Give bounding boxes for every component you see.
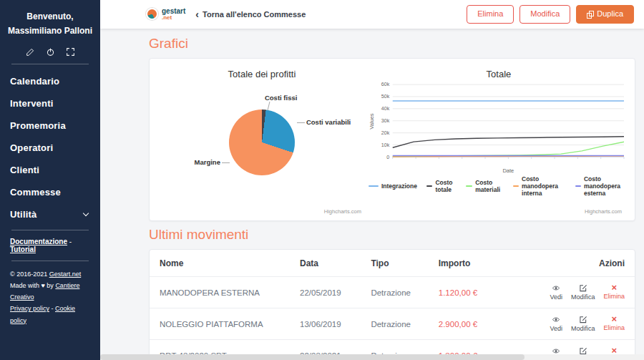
svg-text:40k: 40k [381,106,390,112]
sidebar-menu: Calendario Interventi Promemoria Operato… [0,64,100,230]
privacy-policy-link[interactable]: Privacy policy [10,305,49,312]
tutorial-link[interactable]: Tutorial [10,245,36,253]
chevron-left-icon: ‹ [195,11,199,18]
copyright-line: © 2016-2021 Gestart.net [10,268,90,280]
modifica-row-button[interactable]: Modifica [571,316,595,332]
column-header-data: Data [290,250,361,277]
main-content: Grafici Totale dei profitti Costi fissi … [100,29,644,360]
cell-nome: NOLEGGIO PIATTAFORMA [150,308,290,340]
svg-text:30k: 30k [381,118,390,124]
highcharts-credits[interactable]: Highcharts.com [324,208,361,215]
sidebar-item-promemoria[interactable]: Promemoria [0,115,100,137]
sidebar-item-commesse[interactable]: Commesse [0,181,100,203]
movements-table-card: Nome Data Tipo Importo Azioni MANODOPERA… [149,249,635,360]
table-row: NOLEGGIO PIATTAFORMA 13/06/2019 Detrazio… [150,308,635,340]
svg-text:0: 0 [386,155,389,160]
vedi-button[interactable]: Vedi [550,284,562,301]
power-icon[interactable] [46,47,55,57]
row-actions: Vedi Modifica × Elimina [550,284,625,301]
edit-icon [579,284,587,292]
charts-section-title: Grafici [149,36,635,52]
welcome-line: Benvenuto, [6,9,94,24]
sidebar: Benvenuto, Massimiliano Palloni Calendar… [0,0,100,360]
sidebar-item-interventi[interactable]: Interventi [0,92,100,115]
legend-item-integrazione[interactable]: Integrazione [369,175,417,197]
logo-text-bottom: .net [162,15,185,21]
legend-marker [369,185,379,187]
pie-connector [222,162,230,163]
svg-text:60k: 60k [381,82,390,87]
close-icon: × [611,316,617,323]
chevron-down-icon [83,210,89,216]
edit-profile-icon[interactable] [26,47,35,57]
svg-text:20k: 20k [381,130,390,136]
topbar: gestart .net ‹ Torna all'elenco Commesse… [100,0,644,29]
highcharts-credits[interactable]: Highcharts.com [585,208,622,215]
elimina-row-button[interactable]: × Elimina [603,316,625,332]
cell-nome: MANODOPERA ESTERNA [150,277,290,308]
chart-legend: Integrazione Costo totale Costo material… [369,175,629,197]
line-chart-title: Totale [369,69,629,79]
legend-item-manodopera-interna[interactable]: Costo manodopera interna [513,175,566,197]
pie-label-costi-variabili: Costi variabili [306,118,351,126]
made-with-line: Made with ♥ by Cantiere Creativo [10,280,90,303]
vedi-button[interactable]: Vedi [550,316,562,332]
sidebar-item-clienti[interactable]: Clienti [0,159,100,181]
pie-chart[interactable] [229,110,295,175]
modifica-row-button[interactable]: Modifica [571,284,595,301]
cell-data: 22/05/2019 [290,277,361,308]
pie-label-margine: Margine [195,158,220,166]
elimina-button[interactable]: Elimina [467,5,514,23]
legend-item-costo-materiali[interactable]: Costo materiali [466,175,504,197]
pie-chart-panel: Totale dei profitti Costi fissi Costi va… [155,62,369,218]
charts-card: Totale dei profitti Costi fissi Costi va… [149,58,635,221]
line-chart[interactable]: Values Date 010k20k30k40k50k60k [369,79,629,175]
modifica-button[interactable]: Modifica [519,5,570,23]
elimina-row-button[interactable]: × Elimina [603,284,625,301]
column-header-tipo: Tipo [361,250,428,277]
y-axis-title: Values [369,113,375,130]
column-header-importo: Importo [429,250,540,277]
sidebar-quick-actions [0,42,100,64]
content-area: gestart .net ‹ Torna all'elenco Commesse… [100,0,644,360]
line-chart-panel: Totale Values Date 010k20k30k40k50k60k I… [369,62,629,218]
documentazione-link[interactable]: Documentazione [10,238,67,245]
gestart-logo-icon [146,8,158,20]
user-name: Massimiliano Palloni [6,24,94,38]
cell-tipo: Detrazione [361,277,428,308]
table-row: MANODOPERA ESTERNA 22/05/2019 Detrazione… [150,277,635,308]
x-axis-title: Date [502,167,514,174]
legend-marker [426,185,432,187]
legend-marker [575,185,581,187]
doc-links: Documentazione - Tutorial [0,230,100,261]
fullscreen-icon[interactable] [66,47,75,57]
eye-icon [552,284,560,292]
cell-tipo: Detrazione [361,308,428,340]
duplica-button[interactable]: Duplica [576,5,634,23]
pie-chart-title: Totale dei profitti [155,69,369,79]
movements-table: Nome Data Tipo Importo Azioni MANODOPERA… [150,250,635,360]
horizontal-scrollbar[interactable] [100,354,644,360]
topbar-actions: Elimina Modifica Duplica [467,5,634,23]
column-header-azioni: Azioni [540,250,635,277]
sidebar-item-utilita[interactable]: Utilità [0,203,100,225]
row-actions: Vedi Modifica × Elimina [550,316,625,332]
pie-connector [297,122,305,123]
gestart-logo[interactable]: gestart .net [146,8,185,21]
app-window: Benvenuto, Massimiliano Palloni Calendar… [0,0,644,360]
sidebar-item-operatori[interactable]: Operatori [0,137,100,159]
legend-marker [513,185,519,187]
edit-icon [579,316,587,323]
cell-importo: 2.900,00 € [429,308,540,340]
eye-icon [552,316,560,323]
table-header-row: Nome Data Tipo Importo Azioni [150,250,635,277]
svg-text:10k: 10k [381,142,390,148]
sidebar-item-calendario[interactable]: Calendario [0,70,100,92]
legend-item-costo-totale[interactable]: Costo totale [426,175,457,197]
legend-item-manodopera-esterna[interactable]: Costo manodopera esterna [575,175,629,197]
legend-marker [466,185,472,187]
scrollbar-thumb[interactable] [100,354,525,360]
gestart-link[interactable]: Gestart.net [49,271,82,278]
back-to-commesse-link[interactable]: ‹ Torna all'elenco Commesse [195,10,306,19]
svg-text:50k: 50k [381,94,390,99]
